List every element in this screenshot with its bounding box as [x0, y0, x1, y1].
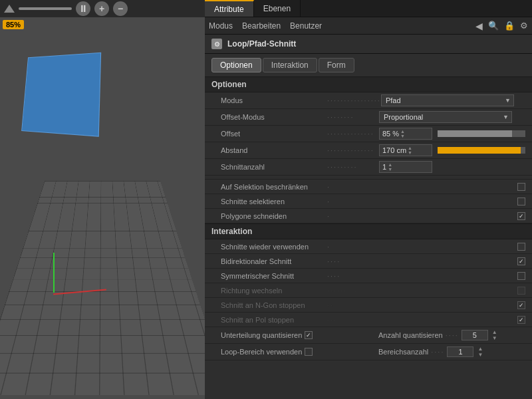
toolbar-modus[interactable]: Modus [209, 21, 233, 31]
section-icon: ⚙ [211, 39, 222, 49]
modus-label: Modus [221, 96, 327, 104]
toolbar-bearbeiten[interactable]: Bearbeiten [242, 21, 281, 31]
offset-modus-dots: ········ [327, 113, 379, 121]
viewport-grid [0, 181, 205, 394]
bereichsanzahl-spinners[interactable]: ▲▼ [477, 346, 483, 358]
remove-button[interactable]: − [113, 1, 128, 16]
add-button[interactable]: + [94, 1, 109, 16]
pol-dots: ··· [327, 316, 517, 324]
polygone-schneiden-checkbox[interactable] [517, 212, 525, 220]
abstand-dots: ·············· [327, 146, 379, 154]
offset-number[interactable]: 85 % ▲▼ [379, 128, 432, 140]
schnittanzahl-row: Schnittanzahl ········· 1 ▲▼ [205, 159, 532, 176]
viewport-menu-icon [4, 5, 15, 13]
settings-icon[interactable]: ⚙ [520, 21, 528, 31]
auf-selektion-label: Auf Selektion beschränken [221, 183, 327, 191]
pol-row: Schnitt an Pol stoppen ··· [205, 313, 532, 327]
abstand-row: Abstand ·············· 170 cm ▲▼ [205, 142, 532, 159]
sub-tab-interaktion[interactable]: Interaktion [263, 58, 317, 72]
symmetrischer-dots: ···· [327, 272, 517, 280]
sub-tab-optionen[interactable]: Optionen [211, 58, 261, 72]
axis-y [53, 253, 55, 293]
modus-row: Modus ················ Pfad ▼ [205, 92, 532, 109]
schnitte-selektieren-dots: · [327, 198, 517, 205]
symmetrischer-label: Symmetrischer Schnitt [221, 272, 327, 280]
abstand-label: Abstand [221, 146, 327, 154]
unterteilung-row: Unterteilung quantisieren Anzahl quantis… [205, 327, 532, 344]
symmetrischer-row: Symmetrischer Schnitt ···· [205, 269, 532, 283]
loop-bereich-row: Loop-Bereich verwenden Bereichsanzahl ··… [205, 344, 532, 360]
bereichsanzahl-col: Bereichsanzahl ···· ▲▼ [373, 346, 525, 358]
anzahl-quant-input[interactable] [462, 330, 488, 340]
abstand-bar[interactable] [438, 147, 525, 154]
bidirektionaler-row: Bidirektionaler Schnitt ···· [205, 254, 532, 269]
richtung-dots: ········· [327, 287, 517, 295]
unterteilung-label: Unterteilung quantisieren [221, 331, 302, 339]
viewport-3d[interactable]: ⏸ + − 85% [0, 0, 205, 399]
schnitte-wieder-row: Schnitte wieder verwenden · [205, 239, 532, 254]
offset-modus-label: Offset-Modus [221, 113, 327, 121]
pol-checkbox[interactable] [517, 316, 525, 324]
ngon-label: Schnitt an N-Gon stoppen [221, 301, 327, 309]
schnittanzahl-label: Schnittanzahl [221, 163, 327, 171]
abstand-bar-fill [438, 147, 521, 154]
modus-dropdown[interactable]: Pfad [381, 94, 514, 106]
offset-modus-dropdown[interactable]: Proportional [379, 111, 512, 123]
viewport-slider[interactable] [19, 7, 72, 10]
schnitte-wieder-label: Schnitte wieder verwenden [221, 243, 327, 251]
schnittanzahl-dots: ········· [327, 163, 379, 171]
tab-ebenen[interactable]: Ebenen [254, 0, 301, 17]
richtung-row: Richtung wechseln ········· [205, 283, 532, 298]
schnitte-wieder-checkbox[interactable] [517, 243, 525, 251]
unterteilung-col: Unterteilung quantisieren [221, 331, 373, 339]
zoom-badge: 85% [3, 20, 24, 29]
toolbar-benutzer[interactable]: Benutzer [290, 21, 322, 31]
ngon-dots: ·· [327, 301, 517, 309]
anzahl-quant-spinners[interactable]: ▲▼ [492, 329, 497, 341]
polygone-schneiden-dots: · [327, 212, 517, 220]
tab-attribute[interactable]: Attribute [205, 0, 254, 17]
richtung-label: Richtung wechseln [221, 287, 327, 295]
loop-bereich-checkbox[interactable] [305, 348, 313, 356]
ngon-checkbox[interactable] [517, 301, 525, 309]
schnittanzahl-spinners[interactable]: ▲▼ [388, 162, 392, 172]
schnittanzahl-number[interactable]: 1 ▲▼ [379, 161, 432, 173]
polygone-schneiden-row: Polygone schneiden · [205, 209, 532, 223]
modus-dropdown-wrapper: Pfad ▼ [381, 94, 514, 106]
offset-spinners[interactable]: ▲▼ [400, 129, 405, 138]
bereichsanzahl-label: Bereichsanzahl [378, 348, 428, 356]
unterteilung-checkbox[interactable] [305, 331, 313, 339]
back-arrow-icon[interactable]: ◀ [475, 21, 483, 31]
schnittanzahl-value-area: 1 ▲▼ [379, 161, 525, 173]
panel-content: ⚙ Loop/Pfad-Schnitt Optionen Interaktion… [205, 35, 532, 399]
auf-selektion-row: Auf Selektion beschränken · [205, 180, 532, 194]
schnitte-selektieren-checkbox[interactable] [517, 198, 525, 205]
anzahl-quant-label: Anzahl quantisieren [378, 331, 443, 339]
offset-bar-fill [438, 130, 512, 137]
3d-box [21, 53, 101, 137]
loop-bereich-col: Loop-Bereich verwenden [221, 348, 373, 356]
search-icon[interactable]: 🔍 [488, 21, 499, 31]
pause-button[interactable]: ⏸ [76, 1, 90, 16]
offset-row: Offset ·············· 85 % ▲▼ [205, 126, 532, 142]
offset-bar[interactable] [438, 130, 525, 137]
sub-tab-form[interactable]: Form [319, 58, 354, 72]
lock-icon[interactable]: 🔒 [504, 21, 515, 31]
richtung-checkbox[interactable] [517, 287, 525, 295]
symmetrischer-checkbox[interactable] [517, 272, 525, 280]
properties-panel: Attribute Ebenen Modus Bearbeiten Benutz… [205, 0, 532, 399]
bidirektionaler-dots: ···· [327, 257, 517, 265]
offset-value-area: 85 % ▲▼ [379, 128, 525, 140]
abstand-spinners[interactable]: ▲▼ [408, 146, 412, 155]
abstand-number[interactable]: 170 cm ▲▼ [379, 144, 432, 156]
offset-modus-dropdown-wrapper: Proportional ▼ [379, 111, 512, 123]
schnitte-wieder-dots: · [327, 243, 517, 251]
auf-selektion-checkbox[interactable] [517, 183, 525, 191]
anzahl-quant-col: Anzahl quantisieren ···· ▲▼ [373, 329, 525, 341]
auf-selektion-dots: · [327, 183, 517, 191]
bereichsanzahl-input[interactable] [447, 346, 473, 357]
bidirektionaler-label: Bidirektionaler Schnitt [221, 257, 327, 265]
bidirektionaler-checkbox[interactable] [517, 257, 525, 265]
polygone-schneiden-label: Polygone schneiden [221, 212, 327, 220]
optionen-section-header: Optionen [205, 76, 532, 92]
